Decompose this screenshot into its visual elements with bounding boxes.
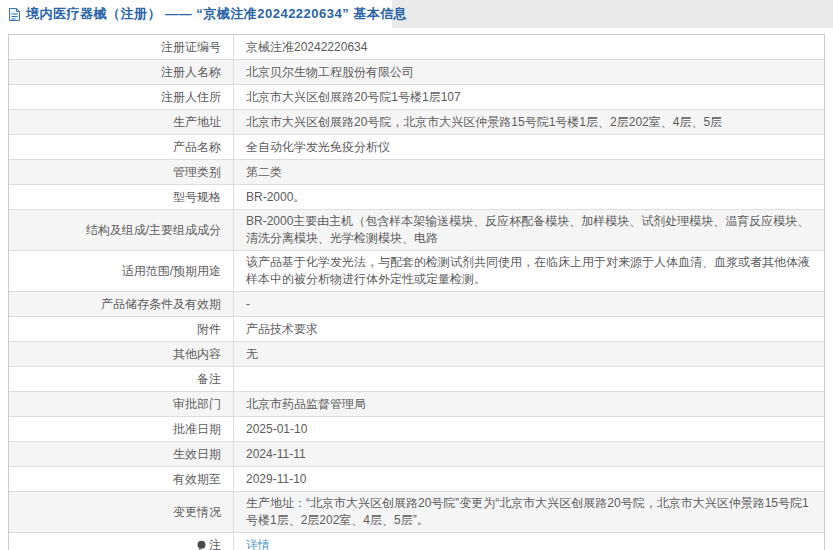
- registration-info-table: 注册证编号京械注准20242220634注册人名称北京贝尔生物工程股份有限公司注…: [8, 34, 825, 550]
- row-label-text: 生效日期: [173, 446, 221, 463]
- details-link[interactable]: 详情: [246, 537, 270, 550]
- row-value-text: 产品技术要求: [246, 321, 318, 338]
- row-label-text: 管理类别: [173, 164, 221, 181]
- row-value-text: 无: [246, 346, 258, 363]
- row-label-text: 适用范围/预期用途: [122, 263, 221, 280]
- row-value: 北京市大兴区创展路20号院1号楼1层107: [234, 85, 824, 109]
- title-bar: 境内医疗器械（注册） —— “京械注准20242220634” 基本信息: [0, 0, 833, 28]
- row-label: 注: [9, 533, 234, 550]
- row-label-text: 结构及组成/主要组成成分: [86, 222, 221, 239]
- table-row: 注册人住所北京市大兴区创展路20号院1号楼1层107: [9, 84, 824, 109]
- table-row: 生产地址北京市大兴区创展路20号院，北京市大兴区仲景路15号院1号楼1层、2层2…: [9, 109, 824, 134]
- row-label-text: 生产地址: [173, 114, 221, 131]
- row-value-text: 2029-11-10: [246, 471, 307, 488]
- table-row: 审批部门北京市药品监督管理局: [9, 391, 824, 416]
- note-icon: [196, 540, 207, 550]
- row-value-text: BR-2000主要由主机（包含样本架输送模块、反应杯配备模块、加样模块、试剂处理…: [246, 213, 810, 247]
- table-row: 适用范围/预期用途该产品基于化学发光法，与配套的检测试剂共同使用，在临床上用于对…: [9, 250, 824, 291]
- row-label: 附件: [9, 317, 234, 341]
- table-row: 产品名称全自动化学发光免疫分析仪: [9, 134, 824, 159]
- row-value: 生产地址：“北京市大兴区创展路20号院”变更为“北京市大兴区创展路20号院，北京…: [234, 492, 824, 532]
- row-value: 2029-11-10: [234, 467, 824, 491]
- row-label-text: 批准日期: [173, 421, 221, 438]
- row-label-text: 产品名称: [173, 139, 221, 156]
- row-value: 2024-11-11: [234, 442, 824, 466]
- row-value-text: 北京市药品监督管理局: [246, 396, 366, 413]
- row-label: 注册人住所: [9, 85, 234, 109]
- table-row: 注册人名称北京贝尔生物工程股份有限公司: [9, 59, 824, 84]
- row-label: 产品储存条件及有效期: [9, 292, 234, 316]
- row-value: 详情: [234, 533, 824, 550]
- row-label: 注册证编号: [9, 35, 234, 59]
- row-value-text: 2024-11-11: [246, 446, 306, 463]
- row-value-text: 该产品基于化学发光法，与配套的检测试剂共同使用，在临床上用于对来源于人体血清、血…: [246, 254, 810, 288]
- row-label-text: 备注: [197, 371, 221, 388]
- row-label: 注册人名称: [9, 60, 234, 84]
- row-value: [234, 367, 824, 391]
- row-value: -: [234, 292, 824, 316]
- row-label: 生产地址: [9, 110, 234, 134]
- row-label: 其他内容: [9, 342, 234, 366]
- row-label-text: 附件: [197, 321, 221, 338]
- row-label-text: 其他内容: [173, 346, 221, 363]
- row-value: 京械注准20242220634: [234, 35, 824, 59]
- row-label-text: 型号规格: [173, 189, 221, 206]
- row-value-text: -: [246, 296, 250, 313]
- table-row: 生效日期2024-11-11: [9, 441, 824, 466]
- row-value: 产品技术要求: [234, 317, 824, 341]
- document-icon: [8, 7, 21, 22]
- row-label: 变更情况: [9, 492, 234, 532]
- row-value-text: 北京市大兴区创展路20号院，北京市大兴区仲景路15号院1号楼1层、2层202室、…: [246, 114, 722, 131]
- row-value-text: 2025-01-10: [246, 421, 307, 438]
- row-value-text: 京械注准20242220634: [246, 39, 367, 56]
- row-label-text: 审批部门: [173, 396, 221, 413]
- table-row: 型号规格BR-2000。: [9, 184, 824, 209]
- row-label-text: 注册人住所: [161, 89, 221, 106]
- table-row: 结构及组成/主要组成成分BR-2000主要由主机（包含样本架输送模块、反应杯配备…: [9, 209, 824, 250]
- row-value: BR-2000。: [234, 185, 824, 209]
- row-label-text: 注册证编号: [161, 39, 221, 56]
- table-row: 批准日期2025-01-10: [9, 416, 824, 441]
- table-row: 产品储存条件及有效期-: [9, 291, 824, 316]
- row-label: 管理类别: [9, 160, 234, 184]
- table-row: 其他内容无: [9, 341, 824, 366]
- row-value: 全自动化学发光免疫分析仪: [234, 135, 824, 159]
- row-value: 北京市大兴区创展路20号院，北京市大兴区仲景路15号院1号楼1层、2层202室、…: [234, 110, 824, 134]
- row-value: 该产品基于化学发光法，与配套的检测试剂共同使用，在临床上用于对来源于人体血清、血…: [234, 251, 824, 291]
- row-value: 无: [234, 342, 824, 366]
- row-value-text: 全自动化学发光免疫分析仪: [246, 139, 390, 156]
- row-label-text: 注册人名称: [161, 64, 221, 81]
- row-label: 结构及组成/主要组成成分: [9, 210, 234, 250]
- table-row: 变更情况生产地址：“北京市大兴区创展路20号院”变更为“北京市大兴区创展路20号…: [9, 491, 824, 532]
- row-value: 2025-01-10: [234, 417, 824, 441]
- row-label-text: 有效期至: [173, 471, 221, 488]
- row-value: BR-2000主要由主机（包含样本架输送模块、反应杯配备模块、加样模块、试剂处理…: [234, 210, 824, 250]
- row-value-text: BR-2000。: [246, 189, 305, 206]
- row-label: 产品名称: [9, 135, 234, 159]
- row-label: 生效日期: [9, 442, 234, 466]
- row-label: 备注: [9, 367, 234, 391]
- table-row: 附件产品技术要求: [9, 316, 824, 341]
- row-value-text: 第二类: [246, 164, 282, 181]
- row-value-text: 北京市大兴区创展路20号院1号楼1层107: [246, 89, 461, 106]
- row-label: 型号规格: [9, 185, 234, 209]
- table-row: 备注: [9, 366, 824, 391]
- row-value: 第二类: [234, 160, 824, 184]
- table-row: 注详情: [9, 532, 824, 550]
- row-value-text: 生产地址：“北京市大兴区创展路20号院”变更为“北京市大兴区创展路20号院，北京…: [246, 495, 810, 529]
- row-label: 适用范围/预期用途: [9, 251, 234, 291]
- page-title-tab: 境内医疗器械（注册） —— “京械注准20242220634” 基本信息: [0, 0, 392, 28]
- page-title: 境内医疗器械（注册） —— “京械注准20242220634” 基本信息: [26, 5, 407, 23]
- row-label: 审批部门: [9, 392, 234, 416]
- table-row: 有效期至2029-11-10: [9, 466, 824, 491]
- row-label-text: 变更情况: [173, 504, 221, 521]
- row-label: 有效期至: [9, 467, 234, 491]
- table-row: 管理类别第二类: [9, 159, 824, 184]
- row-label: 批准日期: [9, 417, 234, 441]
- row-label-text: 产品储存条件及有效期: [101, 296, 221, 313]
- row-value-text: 北京贝尔生物工程股份有限公司: [246, 64, 414, 81]
- row-value: 北京市药品监督管理局: [234, 392, 824, 416]
- row-label-text: 注: [209, 537, 221, 550]
- row-value: 北京贝尔生物工程股份有限公司: [234, 60, 824, 84]
- table-row: 注册证编号京械注准20242220634: [9, 35, 824, 59]
